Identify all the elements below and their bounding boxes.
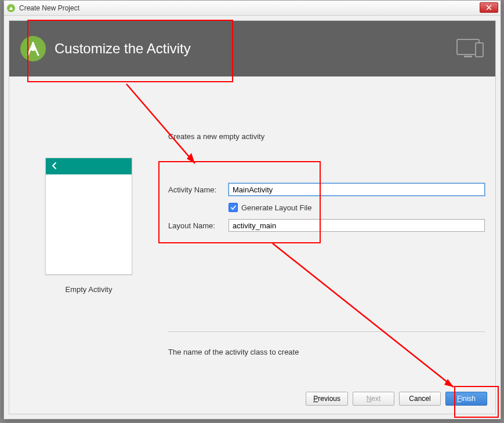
dialog-window: Create New Project Customize the Activit… [3, 0, 501, 420]
help-text: The name of the activity class to create [168, 348, 299, 356]
svg-point-2 [31, 46, 35, 51]
window-title: Create New Project [19, 4, 79, 12]
button-bar: Previous Next Cancel Finish [306, 392, 487, 406]
layout-name-label: Layout Name: [168, 221, 229, 230]
next-button: Next [353, 392, 394, 406]
generate-layout-label: Generate Layout File [241, 203, 311, 212]
wizard-content: Creates a new empty activity Empty Activ… [9, 76, 495, 414]
preview-caption: Empty Activity [45, 285, 132, 294]
description-text: Creates a new empty activity [168, 132, 264, 141]
back-arrow-icon [50, 162, 59, 172]
activity-name-input[interactable] [229, 183, 485, 196]
previous-button[interactable]: Previous [306, 392, 348, 406]
titlebar[interactable]: Create New Project [4, 1, 501, 16]
generate-layout-checkbox[interactable] [229, 203, 238, 212]
separator [168, 331, 485, 332]
dialog-client: Customize the Activity Creates a new emp… [9, 20, 496, 414]
svg-point-3 [32, 42, 34, 45]
wizard-title: Customize the Activity [55, 41, 191, 57]
activity-name-row: Activity Name: [168, 183, 485, 196]
finish-button[interactable]: Finish [445, 392, 487, 406]
form-factor-icon [456, 37, 485, 62]
layout-name-row: Layout Name: [168, 219, 485, 232]
android-studio-icon [6, 3, 16, 13]
generate-layout-row: Generate Layout File [229, 203, 485, 212]
activity-name-label: Activity Name: [168, 185, 229, 194]
preview-appbar [46, 158, 132, 174]
form: Activity Name: Generate Layout File Layo… [168, 183, 485, 239]
layout-name-input[interactable] [229, 219, 485, 232]
android-studio-logo-icon [20, 35, 46, 62]
cancel-button[interactable]: Cancel [399, 392, 441, 406]
svg-rect-6 [476, 43, 483, 57]
svg-rect-5 [464, 56, 472, 57]
wizard-header: Customize the Activity [9, 21, 495, 76]
close-button[interactable] [480, 2, 498, 13]
activity-preview [45, 158, 132, 275]
